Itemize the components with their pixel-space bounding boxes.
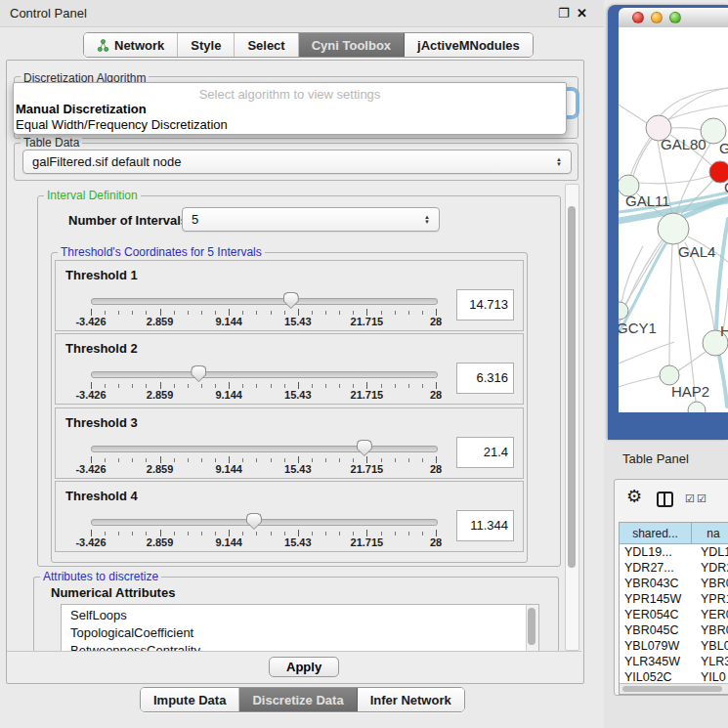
table-row[interactable]: YDL19...YDL1 (620, 544, 728, 560)
table-cell[interactable]: YIL052C (620, 669, 696, 681)
float-window-icon[interactable]: ❐ (558, 6, 570, 21)
slider-thumb[interactable] (357, 440, 372, 456)
table-row[interactable]: YBR045CYBR0 (620, 622, 728, 638)
attribute-list-item[interactable]: SelfLoops (70, 607, 538, 624)
zoom-traffic-light-icon[interactable] (669, 12, 681, 23)
network-tab-icon (97, 39, 109, 52)
gear-icon[interactable]: ⚙ (626, 488, 642, 505)
tab-select[interactable]: Select (235, 33, 298, 57)
table-cell[interactable]: YER054C (620, 607, 696, 622)
threshold-4-slider[interactable] (91, 519, 438, 526)
network-node[interactable] (688, 402, 706, 412)
network-edge[interactable] (639, 176, 710, 184)
table-row[interactable]: YER054CYER0 (620, 607, 728, 622)
tab-cyni-toolbox[interactable]: Cyni Toolbox (299, 33, 405, 57)
network-edge[interactable] (669, 244, 672, 365)
tab-impute-data[interactable]: Impute Data (141, 688, 239, 711)
threshold-4-value[interactable]: 11.344 (456, 510, 514, 541)
apply-button[interactable]: Apply (269, 657, 339, 677)
table-data-combobox[interactable]: galFiltered.sif default node ▲▼ (22, 150, 572, 174)
tick-mark (188, 532, 189, 535)
network-window-titlebar[interactable] (619, 8, 728, 28)
table-row[interactable]: YPR145WYPR1 (620, 591, 728, 607)
network-canvas[interactable]: GAL80GACGAL11GAL4GCY1HHAP2 (619, 27, 728, 412)
threshold-1-slider[interactable] (91, 298, 438, 305)
tick-mark (408, 458, 409, 462)
table-cell[interactable]: YBR045C (620, 622, 696, 638)
threshold-3-slider[interactable] (91, 446, 438, 452)
tick-mark (188, 384, 189, 388)
node-table: shared... na YDL19...YDL1YDR27...YDR2YBR… (619, 522, 728, 695)
threshold-2-value[interactable]: 6.316 (456, 363, 514, 394)
network-node[interactable] (660, 365, 679, 385)
tab-network[interactable]: Network (84, 33, 178, 57)
table-cell[interactable]: YBR0 (696, 576, 728, 591)
network-edge[interactable] (625, 240, 664, 304)
table-row[interactable]: YBL079WYBL0 (620, 638, 728, 654)
table-row[interactable]: YLR345WYLR3 (620, 654, 728, 669)
network-edge[interactable] (671, 128, 702, 130)
close-traffic-light-icon[interactable] (632, 12, 644, 23)
network-edge[interactable] (677, 352, 706, 371)
network-edge[interactable] (630, 138, 650, 176)
tab-infer-network[interactable]: Infer Network (358, 688, 464, 711)
slider-thumb[interactable] (246, 513, 262, 530)
popup-option-manual[interactable]: Manual Discretization (16, 102, 147, 116)
slider-thumb[interactable] (191, 365, 206, 382)
threshold-1-value[interactable]: 14.713 (456, 289, 514, 321)
table-row[interactable]: YDR27...YDR2 (620, 560, 728, 576)
tick-mark (298, 456, 299, 463)
tick-mark (118, 532, 119, 535)
table-horizontal-scrollbar[interactable] (620, 683, 728, 694)
split-columns-icon[interactable] (657, 492, 673, 507)
panel-scrollbar[interactable] (565, 184, 579, 651)
minimize-traffic-light-icon[interactable] (651, 12, 663, 23)
table-cell[interactable]: YBL0 (696, 638, 728, 654)
network-node[interactable] (658, 213, 689, 244)
tick-mark (325, 311, 326, 315)
threshold-3-value[interactable]: 21.4 (456, 437, 514, 468)
tick-label: -3.426 (75, 389, 106, 401)
popup-option-equal-width[interactable]: Equal Width/Frequency Discretization (16, 117, 228, 132)
table-cell[interactable]: YBL079W (620, 638, 696, 654)
network-edge[interactable] (619, 105, 647, 123)
threshold-2-slider[interactable] (91, 371, 438, 378)
network-edge[interactable] (619, 342, 674, 364)
tick-mark (325, 384, 326, 388)
slider-thumb[interactable] (283, 292, 299, 309)
panel-scrollbar-thumb[interactable] (568, 206, 576, 568)
table-row[interactable]: YIL052CYIL0 (620, 669, 728, 681)
tab-jactivemnodules[interactable]: jActiveMNodules (405, 33, 533, 57)
close-icon[interactable]: ✕ (577, 6, 587, 21)
tick-mark (298, 309, 299, 316)
number-of-intervals-combobox[interactable]: 5 ▲▼ (182, 207, 440, 232)
checkbox-icon[interactable]: ☑ (685, 492, 695, 505)
list-scrollbar[interactable] (526, 605, 538, 652)
network-edge[interactable] (678, 244, 696, 402)
table-cell[interactable]: YDR27... (620, 560, 696, 576)
table-header-name[interactable]: na (692, 523, 728, 543)
table-cell[interactable]: YDR2 (696, 560, 728, 576)
network-edge[interactable] (619, 376, 660, 387)
checkbox-icon[interactable]: ☑ (697, 492, 707, 505)
table-cell[interactable]: YER0 (696, 607, 728, 622)
table-cell[interactable]: YDL1 (696, 544, 728, 560)
table-row[interactable]: YBR043CYBR0 (620, 576, 728, 591)
network-edge-highlighted[interactable] (719, 356, 727, 407)
table-cell[interactable]: YPR1 (696, 591, 728, 607)
tab-discretize-data[interactable]: Discretize Data (239, 688, 357, 711)
tab-style[interactable]: Style (178, 33, 235, 57)
table-cell[interactable]: YIL0 (696, 669, 728, 681)
table-cell[interactable]: YPR145W (620, 591, 696, 607)
numerical-attributes-list[interactable]: SelfLoopsTopologicalCoefficientBetweenne… (61, 604, 539, 653)
table-cell[interactable]: YLR345W (620, 654, 696, 669)
table-cell[interactable]: YBR0 (696, 622, 728, 638)
table-cell[interactable]: YLR3 (696, 654, 728, 669)
table-header-shared[interactable]: shared... (620, 523, 692, 543)
table-cell[interactable]: YDL19... (620, 544, 696, 560)
tick-mark (242, 458, 243, 462)
table-cell[interactable]: YBR043C (620, 576, 696, 591)
tick-mark (256, 532, 257, 535)
attribute-list-item[interactable]: TopologicalCoefficient (70, 624, 538, 642)
tick-mark (436, 309, 437, 316)
